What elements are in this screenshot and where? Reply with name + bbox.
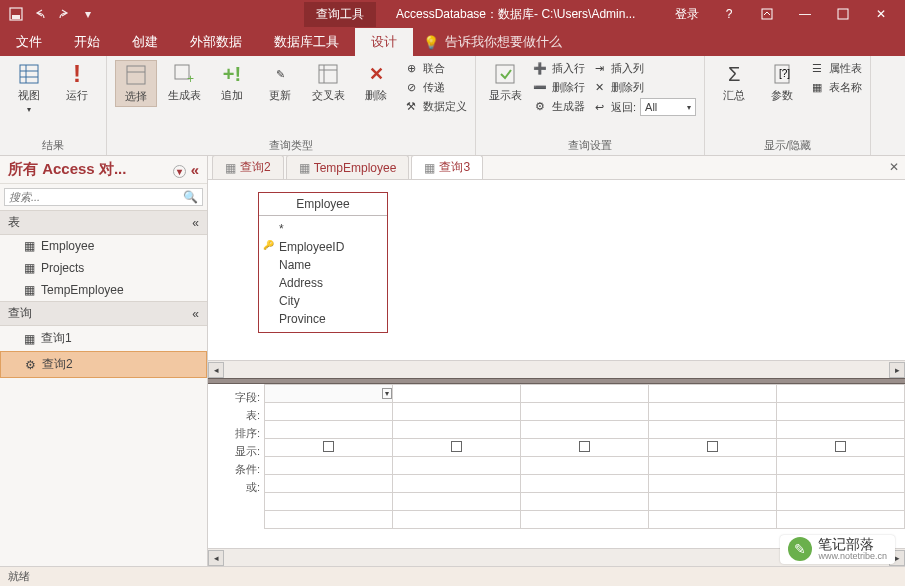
field-item[interactable]: Province	[267, 310, 379, 328]
nav-title-bar[interactable]: 所有 Access 对... ▾ «	[0, 156, 207, 184]
collapse-icon: «	[192, 307, 199, 321]
maximize-button[interactable]	[825, 1, 861, 27]
view-button[interactable]: 视图▾	[8, 60, 50, 116]
upper-hscroll[interactable]: ◂▸	[208, 360, 905, 378]
delete-query-button[interactable]: ✕删除	[355, 60, 397, 105]
field-item[interactable]: City	[267, 292, 379, 310]
grid-label: 排序:	[208, 424, 260, 442]
status-bar: 就绪	[0, 566, 905, 586]
tab-create[interactable]: 创建	[116, 28, 174, 56]
union-button[interactable]: ⊕联合	[403, 60, 467, 76]
query-icon: ⚙	[25, 358, 36, 372]
nav-group-queries[interactable]: 查询«	[0, 301, 207, 326]
search-icon[interactable]: 🔍	[179, 190, 202, 204]
document-tab[interactable]: ▦TempEmployee	[286, 155, 410, 179]
show-table-button[interactable]: 显示表	[484, 60, 526, 105]
nav-query-item[interactable]: ▦查询1	[0, 326, 207, 351]
svg-text:+: +	[187, 72, 194, 85]
return-row: ↩返回:All▾	[591, 98, 696, 116]
svg-rect-15	[496, 65, 514, 83]
undo-icon[interactable]	[32, 6, 48, 22]
passthrough-icon: ⊘	[403, 79, 419, 95]
datadef-icon: ⚒	[403, 98, 419, 114]
help-button[interactable]: ?	[711, 1, 747, 27]
nav-table-item[interactable]: ▦Projects	[0, 257, 207, 279]
append-button[interactable]: +!追加	[211, 60, 253, 105]
grid-label: 表:	[208, 406, 260, 424]
tab-design[interactable]: 设计	[355, 28, 413, 56]
tab-file[interactable]: 文件	[0, 28, 58, 56]
select-query-button[interactable]: 选择	[115, 60, 157, 107]
scroll-right-icon[interactable]: ▸	[889, 362, 905, 378]
nav-dropdown-icon[interactable]: ▾	[173, 165, 186, 178]
show-checkbox[interactable]	[707, 441, 718, 452]
table-plus-icon: +	[172, 62, 196, 86]
parameters-button[interactable]: [?]参数	[761, 60, 803, 105]
login-label[interactable]: 登录	[675, 6, 699, 23]
quick-access-toolbar: ▾	[0, 6, 104, 22]
nav-query-item[interactable]: ⚙查询2	[0, 351, 207, 378]
field-list-title: Employee	[259, 193, 387, 216]
query-icon: ▦	[299, 161, 310, 175]
delete-row-button[interactable]: ➖删除行	[532, 79, 585, 95]
field-item[interactable]: *	[267, 220, 379, 238]
query-grid[interactable]: 字段:表:排序:显示:条件:或: ▾	[208, 384, 905, 548]
x-icon: ✕	[364, 62, 388, 86]
update-button[interactable]: ✎更新	[259, 60, 301, 105]
tab-close-button[interactable]: ✕	[889, 160, 899, 174]
crosstab-icon	[316, 62, 340, 86]
nav-search[interactable]: 🔍	[4, 188, 203, 206]
redo-icon[interactable]	[56, 6, 72, 22]
nav-collapse-icon[interactable]: «	[191, 161, 199, 178]
nav-group-tables[interactable]: 表«	[0, 210, 207, 235]
show-checkbox[interactable]	[323, 441, 334, 452]
grid-label: 条件:	[208, 460, 260, 478]
insert-col-button[interactable]: ⇥插入列	[591, 60, 696, 76]
scroll-left-icon[interactable]: ◂	[208, 362, 224, 378]
property-sheet-button[interactable]: ☰属性表	[809, 60, 862, 76]
ribbon-collapse-button[interactable]	[749, 1, 785, 27]
close-button[interactable]: ✕	[863, 1, 899, 27]
svg-rect-1	[12, 15, 20, 19]
search-input[interactable]	[5, 189, 179, 205]
qat-dropdown-icon[interactable]: ▾	[80, 6, 96, 22]
scroll-left-icon[interactable]: ◂	[208, 550, 224, 566]
totals-button[interactable]: Σ汇总	[713, 60, 755, 105]
show-checkbox[interactable]	[835, 441, 846, 452]
nav-table-item[interactable]: ▦Employee	[0, 235, 207, 257]
document-tab[interactable]: ▦查询2	[212, 155, 284, 179]
field-list-employee[interactable]: Employee *EmployeeIDNameAddressCityProvi…	[258, 192, 388, 333]
save-icon[interactable]	[8, 6, 24, 22]
bulb-icon: 💡	[423, 35, 439, 50]
field-item[interactable]: EmployeeID	[267, 238, 379, 256]
navigation-pane: 所有 Access 对... ▾ « 🔍 表« ▦Employee▦Projec…	[0, 156, 208, 566]
ribbon: 视图▾ !运行 结果 选择 +生成表 +!追加 ✎更新 交叉表 ✕删除 ⊕联合 …	[0, 56, 905, 156]
field-item[interactable]: Name	[267, 256, 379, 274]
insert-row-button[interactable]: ➕插入行	[532, 60, 585, 76]
tell-me-box[interactable]: 💡 告诉我你想要做什么	[413, 28, 572, 56]
design-grid-table[interactable]: ▾	[264, 384, 905, 529]
run-button[interactable]: !运行	[56, 60, 98, 105]
delete-col-button[interactable]: ✕删除列	[591, 79, 696, 95]
minimize-button[interactable]: —	[787, 1, 823, 27]
make-table-button[interactable]: +生成表	[163, 60, 205, 105]
tab-database-tools[interactable]: 数据库工具	[258, 28, 355, 56]
table-names-button[interactable]: ▦表名称	[809, 79, 862, 95]
passthrough-button[interactable]: ⊘传递	[403, 79, 467, 95]
builder-button[interactable]: ⚙生成器	[532, 98, 585, 114]
insert-row-icon: ➕	[532, 60, 548, 76]
nav-table-item[interactable]: ▦TempEmployee	[0, 279, 207, 301]
crosstab-button[interactable]: 交叉表	[307, 60, 349, 105]
show-checkbox[interactable]	[451, 441, 462, 452]
tab-external-data[interactable]: 外部数据	[174, 28, 258, 56]
return-dropdown[interactable]: All▾	[640, 98, 696, 116]
document-tab[interactable]: ▦查询3	[411, 155, 483, 179]
tab-home[interactable]: 开始	[58, 28, 116, 56]
field-item[interactable]: Address	[267, 274, 379, 292]
show-checkbox[interactable]	[579, 441, 590, 452]
delete-col-icon: ✕	[591, 79, 607, 95]
status-text: 就绪	[8, 569, 30, 584]
data-definition-button[interactable]: ⚒数据定义	[403, 98, 467, 114]
table-pane[interactable]: Employee *EmployeeIDNameAddressCityProvi…	[208, 180, 905, 360]
pencil-icon: ✎	[268, 62, 292, 86]
